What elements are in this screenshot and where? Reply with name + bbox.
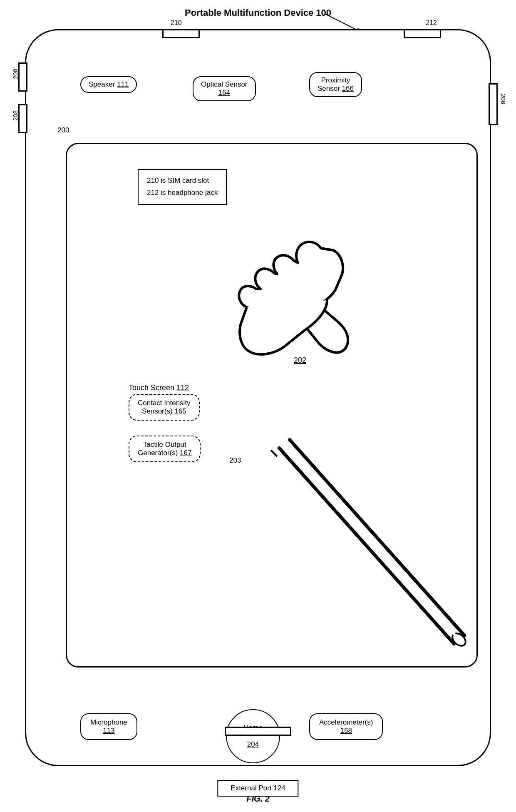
top-slot-sim <box>162 29 200 38</box>
svg-line-0 <box>325 14 358 30</box>
svg-line-3 <box>279 448 454 644</box>
annotation-line1: 210 is SIM card slot <box>147 177 209 184</box>
label-208-bottom: 208 <box>12 110 19 121</box>
label-208-top: 208 <box>12 69 19 79</box>
touchscreen-border: 210 is SIM card slot 212 is headphone ja… <box>66 143 478 668</box>
tactile-output-label: Tactile OutputGenerator(s) 167 <box>129 436 201 462</box>
top-slot-headphone <box>404 29 441 38</box>
optical-sensor-label: Optical Sensor164 <box>193 76 256 101</box>
label-206: 206 <box>500 94 507 104</box>
bottom-slot <box>225 727 291 736</box>
label-210: 210 <box>171 19 182 27</box>
figure-label: FIG. 2 <box>246 794 270 804</box>
device-outline: Speaker 111 Optical Sensor164 ProximityS… <box>25 29 491 766</box>
label-200: 200 <box>57 126 69 135</box>
hand-illustration: 202 <box>188 240 471 390</box>
label-212: 212 <box>426 19 437 27</box>
contact-intensity-label: Contact IntensitySensor(s) 165 <box>129 394 200 421</box>
proximity-sensor-label: ProximitySensor 166 <box>309 72 362 97</box>
svg-line-7 <box>284 444 459 640</box>
side-button-right <box>489 83 498 125</box>
annotation-box: 210 is SIM card slot 212 is headphone ja… <box>138 169 227 205</box>
svg-line-5 <box>271 450 277 456</box>
home-button-label: Home 204 <box>226 709 280 763</box>
title-text: Portable Multifunction Device 100 <box>185 7 331 18</box>
annotation-line2: 212 is headphone jack <box>147 189 218 197</box>
svg-text:202: 202 <box>294 356 306 364</box>
svg-line-4 <box>290 440 464 635</box>
speaker-label: Speaker 111 <box>80 76 137 93</box>
accelerometer-label: Accelerometer(s) 168 <box>309 713 383 740</box>
microphone-label: Microphone 113 <box>80 713 137 740</box>
side-button-left-top <box>18 62 27 92</box>
page-title: Portable Multifunction Device 100 <box>185 7 331 18</box>
side-button-left-bottom <box>18 104 27 133</box>
page: Portable Multifunction Device 100 Speake… <box>0 0 516 812</box>
touchscreen-label: Touch Screen 112 <box>129 384 189 392</box>
stylus-illustration <box>213 436 471 656</box>
